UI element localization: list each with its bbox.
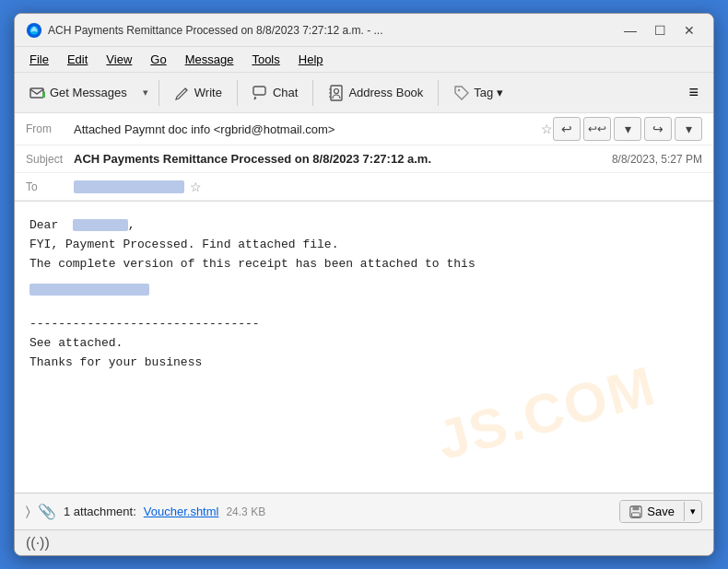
- save-dropdown-button[interactable]: ▾: [684, 502, 701, 521]
- email-date: 8/8/2023, 5:27 PM: [612, 153, 702, 166]
- titlebar-title: ACH Payments Remittance Processed on 8/8…: [48, 24, 383, 37]
- svg-rect-11: [633, 505, 640, 509]
- tag-icon: [453, 85, 470, 101]
- statusbar: ((·)): [15, 529, 713, 555]
- menu-go[interactable]: Go: [143, 51, 173, 68]
- minimize-button[interactable]: —: [617, 21, 643, 40]
- menu-file[interactable]: File: [22, 51, 56, 68]
- body-line5: Thanks for your business: [29, 354, 699, 373]
- email-actions: ↩ ↩↩ ▾ ↪ ▾: [553, 117, 702, 141]
- attachment-expand-icon[interactable]: 〉: [26, 504, 30, 519]
- svg-rect-2: [30, 88, 43, 98]
- get-messages-icon: [29, 85, 46, 101]
- get-messages-dropdown[interactable]: ▾: [140, 83, 151, 102]
- subject-value: ACH Payments Remittance Processed on 8/8…: [74, 152, 597, 166]
- app-icon: [26, 22, 42, 39]
- body-separator: --------------------------------: [29, 315, 699, 334]
- divider-1: [159, 80, 159, 106]
- save-main-button[interactable]: Save: [620, 501, 684, 522]
- svg-point-5: [335, 88, 339, 93]
- menu-tools[interactable]: Tools: [244, 51, 287, 68]
- from-value: Attached Paymnt doc info <rgbrid@hotmail…: [74, 122, 535, 136]
- to-label: To: [26, 180, 74, 193]
- attachment-filename[interactable]: Voucher.shtml: [144, 505, 219, 518]
- titlebar: ACH Payments Remittance Processed on 8/8…: [15, 14, 713, 47]
- more-actions-dropdown[interactable]: ▾: [675, 117, 702, 141]
- more-replies-dropdown[interactable]: ▾: [614, 117, 641, 141]
- address-book-icon: [328, 85, 345, 101]
- save-button-group: Save ▾: [619, 500, 702, 523]
- svg-rect-3: [253, 87, 265, 95]
- svg-rect-12: [632, 512, 640, 516]
- body-line3: The complete version of this receipt has…: [29, 255, 699, 274]
- tag-button[interactable]: Tag ▾: [446, 81, 511, 105]
- save-label: Save: [647, 505, 675, 518]
- to-star-icon[interactable]: ☆: [190, 180, 202, 194]
- chat-icon: [252, 85, 269, 101]
- email-body: Dear , FYI, Payment Processed. Find atta…: [15, 202, 713, 493]
- reply-all-button[interactable]: ↩↩: [583, 117, 611, 141]
- attachment-size: 24.3 KB: [226, 505, 265, 518]
- subject-label: Subject: [26, 153, 74, 166]
- address-book-button[interactable]: Address Book: [321, 81, 430, 105]
- reply-button[interactable]: ↩: [553, 117, 581, 141]
- body-line4: See attached.: [29, 334, 699, 354]
- email-section: From Attached Paymnt doc info <rgbrid@ho…: [15, 113, 713, 555]
- write-icon: [174, 85, 191, 101]
- toolbar: Get Messages ▾ Write Chat: [15, 73, 713, 113]
- attachment-bar: 〉 📎 1 attachment: Voucher.shtml 24.3 KB …: [15, 493, 713, 529]
- maximize-button[interactable]: ☐: [647, 21, 673, 40]
- svg-point-9: [458, 88, 460, 90]
- attachment-count: 1 attachment:: [64, 505, 136, 518]
- menu-edit[interactable]: Edit: [60, 51, 95, 68]
- tag-dropdown-icon: ▾: [497, 86, 503, 99]
- menu-message[interactable]: Message: [178, 51, 241, 68]
- main-window: ACH Payments Remittance Processed on 8/8…: [14, 13, 714, 556]
- chat-label: Chat: [273, 86, 298, 99]
- save-icon: [629, 505, 642, 518]
- body-dear-line: Dear ,: [29, 216, 699, 236]
- from-row: From Attached Paymnt doc info <rgbrid@ho…: [15, 113, 713, 145]
- divider-4: [438, 80, 439, 106]
- get-messages-button[interactable]: Get Messages: [22, 81, 135, 105]
- hamburger-button[interactable]: ≡: [681, 79, 706, 106]
- email-header: From Attached Paymnt doc info <rgbrid@ho…: [15, 113, 713, 202]
- to-row: To ☆: [15, 173, 713, 201]
- body-dear-text: Dear: [29, 218, 58, 232]
- chat-button[interactable]: Chat: [245, 81, 305, 105]
- menu-help[interactable]: Help: [291, 51, 331, 68]
- close-button[interactable]: ✕: [676, 21, 702, 40]
- from-label: From: [26, 122, 74, 135]
- divider-3: [312, 80, 313, 106]
- body-link-blurred: [29, 284, 149, 296]
- body-line2: FYI, Payment Processed. Find attached fi…: [29, 236, 699, 255]
- titlebar-left: ACH Payments Remittance Processed on 8/8…: [26, 22, 383, 39]
- attachment-icon: 📎: [38, 503, 56, 520]
- from-star-icon[interactable]: ☆: [541, 122, 553, 136]
- write-button[interactable]: Write: [167, 81, 229, 105]
- tag-label: Tag: [474, 86, 493, 99]
- menubar: File Edit View Go Message Tools Help: [15, 47, 713, 73]
- dear-name-blurred: [73, 219, 128, 231]
- subject-row: Subject ACH Payments Remittance Processe…: [15, 145, 713, 173]
- forward-button[interactable]: ↪: [644, 117, 672, 141]
- get-messages-label: Get Messages: [50, 86, 127, 99]
- address-book-label: Address Book: [348, 86, 423, 99]
- write-label: Write: [194, 86, 222, 99]
- to-value-blurred: [74, 180, 184, 193]
- titlebar-controls: — ☐ ✕: [617, 21, 702, 40]
- wifi-icon: ((·)): [26, 535, 50, 552]
- menu-view[interactable]: View: [99, 51, 139, 68]
- divider-2: [237, 80, 238, 106]
